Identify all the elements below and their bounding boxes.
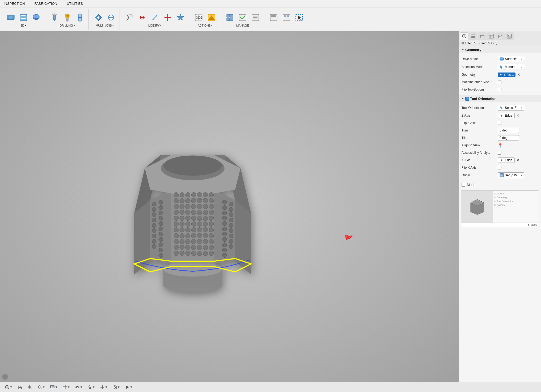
drill-btn-1[interactable] — [49, 12, 60, 23]
statusbar-grid[interactable]: ▾ — [61, 384, 71, 390]
statusbar-view[interactable]: ▾ — [73, 384, 84, 390]
multiaxis-btn-2[interactable] — [105, 12, 117, 23]
x-axis-label: X Axis — [462, 158, 496, 162]
tab-chart[interactable] — [496, 32, 505, 40]
svg-point-173 — [222, 253, 227, 258]
geometry-section-header[interactable]: ▼ Geometry — [459, 46, 541, 53]
nav-btn-1[interactable] — [268, 12, 280, 23]
svg-point-71 — [174, 204, 179, 209]
tab-table[interactable] — [487, 32, 496, 40]
svg-point-103 — [197, 228, 202, 232]
statusbar-zoom1[interactable] — [26, 384, 34, 390]
toolbar-multiaxis-label[interactable]: MULTI-AXIS ▾ — [96, 24, 114, 27]
statusbar-hand[interactable] — [16, 384, 24, 390]
3d-btn-2[interactable] — [18, 12, 29, 23]
drill-btn-2[interactable] — [61, 12, 73, 23]
menu-fabrication[interactable]: FABRICATION — [33, 1, 59, 6]
tab-box[interactable] — [478, 32, 487, 40]
3d-btn-1[interactable] — [5, 12, 16, 23]
faces-badge[interactable]: 8 Fac... — [498, 73, 515, 77]
svg-point-192 — [473, 201, 481, 205]
info-button[interactable]: i — [2, 374, 8, 380]
tool-orientation-control: Z Select Z... ▾ — [498, 105, 538, 111]
manage-btn-1[interactable] — [224, 12, 236, 23]
svg-rect-203 — [51, 387, 52, 387]
svg-text:Z: Z — [502, 107, 504, 110]
turn-input[interactable]: 0 deg — [498, 128, 519, 133]
toolbar-actions-label[interactable]: ACTIONS ▾ — [198, 24, 213, 27]
tab-layers[interactable] — [469, 32, 477, 40]
x-axis-clear-btn[interactable]: ✕ — [516, 158, 520, 162]
z-axis-clear-btn[interactable]: ✕ — [516, 113, 520, 118]
selection-mode-dropdown[interactable]: Manual ▾ — [498, 64, 524, 70]
surfaces-icon — [500, 57, 504, 61]
statusbar-move[interactable]: ▾ — [98, 384, 109, 390]
modify-btn-5[interactable] — [175, 12, 186, 23]
svg-point-70 — [209, 198, 214, 203]
statusbar-coordinate[interactable]: ▾ — [3, 384, 14, 390]
nav-btn-2[interactable] — [281, 12, 292, 23]
svg-point-73 — [185, 204, 190, 209]
svg-point-160 — [229, 234, 233, 238]
model-checkbox[interactable] — [462, 183, 465, 187]
toolbar-modify-label[interactable]: MODIFY ▾ — [148, 24, 162, 27]
svg-point-158 — [229, 223, 233, 228]
drive-mode-value: Surfaces — [505, 57, 517, 61]
select-cursor-btn[interactable] — [293, 12, 305, 23]
x-axis-edge-btn[interactable]: Edge — [498, 157, 515, 163]
tab-image[interactable] — [505, 32, 514, 40]
flip-z-axis-checkbox[interactable] — [498, 121, 501, 125]
tool-orientation-dropdown[interactable]: Z Select Z... ▾ — [498, 105, 524, 111]
svg-point-143 — [159, 200, 163, 204]
flip-x-axis-checkbox[interactable] — [498, 166, 501, 169]
svg-point-98 — [209, 222, 214, 227]
origin-dropdown[interactable]: W Setup W... ▾ — [498, 172, 524, 178]
align-to-view-pin[interactable]: 📍 — [498, 143, 503, 148]
selection-mode-arrow: ▾ — [521, 66, 522, 69]
drive-mode-label: Drive Mode — [462, 57, 496, 61]
manage-btn-3[interactable] — [250, 12, 261, 23]
tool-orientation-checkbox[interactable] — [465, 97, 469, 101]
modify-btn-4[interactable] — [162, 12, 174, 23]
statusbar-display[interactable]: ▾ — [48, 384, 59, 390]
tool-orientation-collapse-arrow: ▼ — [462, 97, 464, 100]
toolbar-drilling-label[interactable]: DRILLING ▾ — [60, 24, 75, 27]
svg-point-65 — [180, 198, 184, 203]
statusbar-play[interactable]: ▾ — [123, 384, 134, 390]
z-axis-label: Z Axis — [462, 114, 496, 117]
tilt-input[interactable]: 0 deg — [498, 135, 519, 140]
svg-rect-181 — [489, 34, 493, 38]
3d-btn-3[interactable] — [30, 12, 42, 23]
accessibility-analysis-checkbox[interactable] — [498, 151, 501, 155]
viewport[interactable]: 🚩 i — [0, 31, 459, 382]
origin-value: Setup W... — [505, 173, 519, 177]
flip-top-bottom-checkbox[interactable] — [498, 88, 501, 91]
machine-other-side-checkbox[interactable] — [498, 80, 501, 84]
geometry-clear-btn[interactable]: ✕ — [517, 73, 521, 77]
svg-point-64 — [174, 198, 179, 203]
z-axis-edge-btn[interactable]: Edge — [498, 113, 515, 118]
tab-geometry[interactable] — [460, 32, 468, 40]
multiaxis-btn-1[interactable] — [92, 12, 104, 23]
svg-point-56 — [163, 156, 222, 176]
modify-btn-1[interactable] — [124, 12, 135, 23]
statusbar-zoom2[interactable]: ▾ — [36, 384, 46, 390]
statusbar-light[interactable]: ▾ — [86, 384, 96, 390]
svg-point-81 — [191, 210, 196, 215]
drive-mode-dropdown[interactable]: Surfaces ▾ — [498, 56, 524, 62]
actions-btn-2[interactable] — [206, 12, 217, 23]
menu-utilities[interactable]: UTILITIES — [65, 1, 84, 6]
tool-orientation-header[interactable]: ▼ Tool Orientation — [459, 95, 541, 102]
modify-btn-2[interactable] — [136, 12, 148, 23]
toolbar-3d-label[interactable]: 3D ▾ — [20, 24, 26, 27]
svg-point-61 — [197, 193, 202, 197]
menu-inspection[interactable]: INSPECTION — [2, 1, 26, 6]
statusbar-camera[interactable]: ▾ — [111, 384, 121, 390]
svg-point-131 — [197, 251, 202, 256]
modify-btn-3[interactable] — [149, 12, 161, 23]
drive-mode-row: Drive Mode Surfaces ▾ — [459, 55, 541, 63]
actions-btn-1[interactable]: G1G2 — [193, 12, 205, 23]
svg-rect-179 — [471, 37, 475, 38]
manage-btn-2[interactable] — [237, 12, 248, 23]
drill-btn-3[interactable] — [74, 12, 86, 23]
